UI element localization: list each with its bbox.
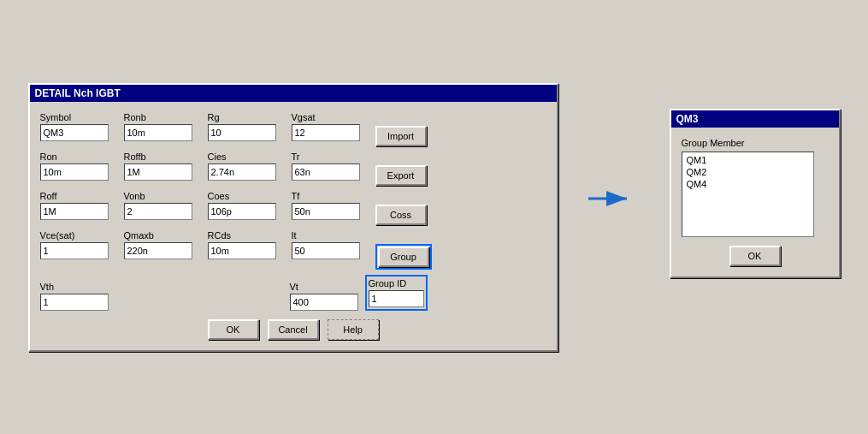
field-ronb: Ronb [124,112,201,146]
input-roff[interactable] [40,203,109,220]
group-dialog-title: QM3 [671,110,839,128]
coss-button[interactable]: Coss [375,205,427,225]
arrow-icon [584,186,635,211]
field-vt: Vt [290,282,358,311]
help-button[interactable]: Help [328,319,379,340]
label-tf: Tf [292,191,369,201]
import-button[interactable]: Import [375,126,427,146]
label-it: It [292,230,369,241]
input-symbol[interactable] [40,124,109,141]
label-tr: Tr [292,152,369,162]
label-ronb: Ronb [124,112,201,122]
input-ron[interactable] [40,163,109,181]
input-groupId[interactable] [369,290,424,307]
input-rcds[interactable] [208,242,276,259]
group-button[interactable]: Group [378,247,429,267]
field-it: It [292,230,369,270]
group-button-highlight: Group [375,244,432,270]
input-cies[interactable] [208,163,276,181]
arrow-container [584,186,635,211]
label-rcds: RCds [208,230,285,241]
input-ronb[interactable] [124,124,192,141]
group-dialog: QM3 Group Member QM1 QM2 QM4 OK [670,109,841,278]
input-tf[interactable] [292,203,360,220]
input-vgsat[interactable] [292,124,360,141]
field-coes: Coes [208,191,285,225]
input-rg[interactable] [208,124,276,141]
label-groupId: Group ID [369,278,424,288]
label-rg: Rg [208,112,285,122]
list-item[interactable]: QM1 [684,154,812,166]
cancel-button[interactable]: Cancel [268,319,319,340]
field-qmaxb: Qmaxb [124,230,201,270]
label-roffb: Roffb [124,152,201,162]
input-it[interactable] [292,242,360,259]
field-roff: Roff [40,191,117,225]
input-vt[interactable] [290,294,358,311]
label-qmaxb: Qmaxb [124,230,201,241]
list-item[interactable]: QM2 [684,166,812,178]
field-rcds: RCds [208,230,285,270]
field-vonb: Vonb [124,191,201,225]
group-member-listbox[interactable]: QM1 QM2 QM4 [682,152,814,237]
label-vgsat: Vgsat [292,112,369,122]
label-ron: Ron [40,152,117,162]
input-vth[interactable] [40,294,109,311]
export-button[interactable]: Export [375,165,427,186]
ok-button[interactable]: OK [208,319,259,340]
field-vth: Vth [40,282,109,311]
input-qmaxb[interactable] [124,242,192,259]
field-rg: Rg [208,112,285,146]
label-cies: Cies [208,152,285,162]
label-vt: Vt [290,282,358,292]
input-coes[interactable] [208,203,276,220]
field-roffb: Roffb [124,152,201,186]
field-vceSat: Vce(sat) [40,230,117,270]
input-vceSat[interactable] [40,242,109,259]
list-item[interactable]: QM4 [684,178,812,190]
field-tr: Tr [292,152,369,186]
field-ron: Ron [40,152,117,186]
label-vth: Vth [40,282,109,292]
label-vceSat: Vce(sat) [40,230,117,241]
label-roff: Roff [40,191,117,201]
input-roffb[interactable] [124,163,192,181]
main-dialog-title: DETAIL Nch IGBT [30,85,557,102]
label-vonb: Vonb [124,191,201,201]
field-cies: Cies [208,152,285,186]
main-dialog: DETAIL Nch IGBT Symbol Ronb Rg [28,83,558,352]
group-id-highlight: Group ID [365,275,428,311]
input-vonb[interactable] [124,203,192,220]
label-symbol: Symbol [40,112,117,122]
group-member-label: Group Member [682,138,829,148]
field-tf: Tf [292,191,369,225]
label-coes: Coes [208,191,285,201]
field-vgsat: Vgsat [292,112,369,146]
group-ok-button[interactable]: OK [729,246,781,266]
input-tr[interactable] [292,163,360,181]
field-symbol: Symbol [40,112,117,146]
